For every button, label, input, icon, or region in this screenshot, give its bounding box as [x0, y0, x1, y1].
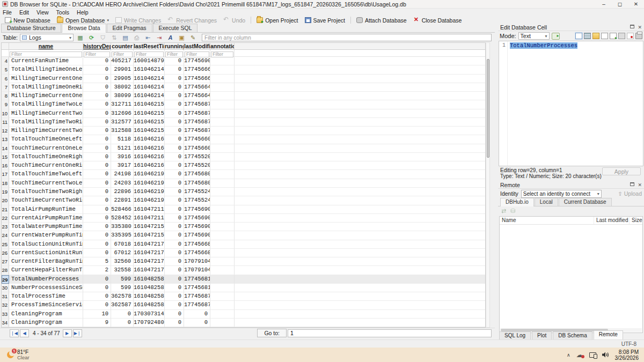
cell-name[interactable]: TotalMillingTimeOneLeft — [9, 65, 83, 74]
cell-counter[interactable]: 22896 — [111, 188, 134, 196]
cell-lastmodified[interactable]: 1774569013 — [184, 57, 210, 65]
remote-col-last-modified[interactable]: Last modified — [594, 217, 630, 224]
cell-counter[interactable]: 32558 — [111, 266, 134, 275]
cell-annotation[interactable] — [210, 83, 235, 92]
cell-name[interactable]: CurrentAirPumpRunTime — [9, 214, 83, 223]
cell-lastresettime[interactable]: 1610462196 — [134, 179, 165, 188]
cell-running[interactable]: 0 — [165, 188, 184, 196]
cell-running[interactable]: 0 — [165, 144, 184, 153]
global-filter-input[interactable] — [202, 34, 492, 41]
cell-lastmodified[interactable]: 1774568132 — [184, 275, 210, 284]
cell-lastresettime[interactable]: 1610462143 — [134, 65, 165, 74]
table-row[interactable]: 8MillingTimeCurrentOneRight0380991610462… — [2, 92, 485, 100]
table-row[interactable]: 14TouchTimeCurrentOneLeft051211610462162… — [2, 144, 485, 153]
cell-counter[interactable]: 312711 — [111, 100, 134, 109]
undo-button[interactable]: Undo — [220, 17, 248, 24]
cell-lastresettime[interactable]: 1610462143 — [134, 92, 165, 100]
cell-name[interactable]: CleaningProgram — [9, 319, 83, 327]
cell-historydepth[interactable]: 0 — [83, 109, 111, 118]
cell-lastresettime[interactable]: 1610462197 — [134, 196, 165, 205]
identity-select[interactable]: Select an identity to connect ▾ — [521, 190, 602, 198]
cell-annotation[interactable] — [210, 170, 235, 179]
cell-lastmodified[interactable]: 1774566041 — [184, 144, 210, 153]
table-row[interactable]: 17TotalTouchTimeTwoLeft02419816104621960… — [2, 170, 485, 179]
tab-db-schema[interactable]: DB Schema — [553, 331, 592, 339]
cell-historydepth[interactable]: 0 — [83, 153, 111, 161]
cell-name[interactable]: TotalTouchTimeTwoLeft — [9, 170, 83, 179]
word-wrap-icon[interactable] — [584, 33, 591, 39]
cell-running[interactable]: 0 — [165, 153, 184, 161]
cell-lastresettime[interactable]: 1610462151 — [134, 127, 165, 135]
close-button[interactable]: ✕ — [628, 0, 644, 9]
cell-annotation[interactable] — [210, 292, 235, 301]
cell-counter[interactable]: 312577 — [111, 118, 134, 127]
cell-annotation[interactable] — [210, 75, 235, 83]
cell-name[interactable]: TotalAirPumpRunTime — [9, 205, 83, 214]
cell-running[interactable]: 0 — [165, 284, 184, 292]
cell-name[interactable]: NumberProcessesSinceService — [9, 284, 83, 292]
tray-chevron-icon[interactable]: ∧ — [567, 352, 570, 358]
table-row[interactable]: 30NumberProcessesSinceService05991610482… — [2, 284, 485, 292]
cell-lastmodified[interactable]: 1774568706 — [184, 100, 210, 109]
grid-vertical-scrollbar[interactable] — [486, 42, 490, 328]
table-row[interactable]: 5TotalMillingTimeOneLeft0299011610462143… — [2, 65, 485, 74]
cell-lastresettime[interactable]: 1610472155 — [134, 231, 165, 240]
cell-annotation[interactable] — [210, 57, 235, 65]
cell-counter[interactable]: 528452 — [111, 214, 134, 223]
cell-content[interactable]: TotalNumberProcesses — [510, 42, 577, 49]
column-header-lastmodified[interactable]: lastModified — [184, 43, 210, 49]
font-icon[interactable]: A — [167, 34, 174, 41]
refresh-remote-icon[interactable]: ⇄ — [501, 208, 506, 215]
cell-historydepth[interactable]: 5 — [83, 257, 111, 266]
cell-lastmodified[interactable]: 1774568706 — [184, 118, 210, 127]
cell-running[interactable]: 0 — [165, 109, 184, 118]
cell-name[interactable]: CleaningProgram — [9, 310, 83, 319]
cell-annotation[interactable] — [210, 205, 235, 214]
goto-button[interactable]: Go to: — [257, 329, 287, 337]
cell-name[interactable]: MillingTimeCurrentTwoLeft — [9, 109, 83, 118]
filter-input-name[interactable] — [10, 51, 82, 57]
cell-historydepth[interactable]: 0 — [83, 161, 111, 170]
table-row[interactable]: 12MillingTimeCurrentTwoRight031258816104… — [2, 127, 485, 135]
apply-button[interactable]: Apply — [602, 167, 641, 175]
cell-annotation[interactable] — [210, 257, 235, 266]
cell-lastmodified[interactable]: 1774568706 — [184, 127, 210, 135]
cell-historydepth[interactable]: 0 — [83, 301, 111, 309]
cell-counter[interactable]: 312588 — [111, 127, 134, 135]
copy-cell-icon[interactable] — [618, 33, 625, 39]
cell-annotation[interactable] — [210, 65, 235, 74]
cell-lastresettime[interactable]: 1610462143 — [134, 83, 165, 92]
table-row[interactable]: 4CurrentFanRunTime0405217160014879601774… — [2, 57, 485, 65]
cell-historydepth[interactable]: 9 — [83, 319, 111, 327]
cell-lastresettime[interactable]: 1610462151 — [134, 100, 165, 109]
cell-historydepth[interactable]: 0 — [83, 223, 111, 231]
cell-lastresettime[interactable]: 1610482580 — [134, 301, 165, 309]
cell-running[interactable]: 0 — [165, 75, 184, 83]
cell-running[interactable]: 0 — [165, 196, 184, 205]
cell-lastmodified[interactable]: 1774568706 — [184, 109, 210, 118]
write-changes-button[interactable]: Write Changes — [112, 17, 164, 24]
weather-widget[interactable]: 5 81°F Clear — [6, 349, 30, 360]
cell-lastmodified[interactable]: 1774566841 — [184, 249, 210, 257]
table-row[interactable]: 31TotalProcessTime0362578161048258001774… — [2, 292, 485, 301]
cell-lastmodified[interactable]: 1774568132 — [184, 284, 210, 292]
cell-running[interactable]: 0 — [165, 83, 184, 92]
cell-counter[interactable]: 24198 — [111, 170, 134, 179]
cell-counter[interactable]: 3916 — [111, 153, 134, 161]
cell-historydepth[interactable]: 0 — [83, 100, 111, 109]
table-row[interactable]: 34CleaningProgram90170792480500 — [2, 319, 485, 327]
cell-name[interactable]: TouchTimeCurrentTwoLeft — [9, 179, 83, 188]
attach-database-button[interactable]: Attach Database — [353, 17, 410, 24]
column-header-counter[interactable]: counter — [111, 43, 134, 49]
cell-annotation[interactable] — [210, 127, 235, 135]
cell-name[interactable]: TotalWaterPumpRunTime — [9, 223, 83, 231]
cell-name[interactable]: MillingTimeCurrentOneLeft — [9, 75, 83, 83]
refresh-icon[interactable]: ⟳ — [88, 34, 95, 41]
table-row[interactable]: 29TotalNumberProcesses059916104825800177… — [2, 275, 485, 284]
volume-icon[interactable] — [602, 352, 609, 358]
cell-historydepth[interactable]: 10 — [83, 310, 111, 319]
filter-input-counter[interactable] — [112, 51, 133, 57]
cell-lastmodified[interactable]: 1774569013 — [184, 231, 210, 240]
cell-counter[interactable]: 3917 — [111, 161, 134, 170]
cell-lastresettime[interactable]: 1610472112 — [134, 205, 165, 214]
